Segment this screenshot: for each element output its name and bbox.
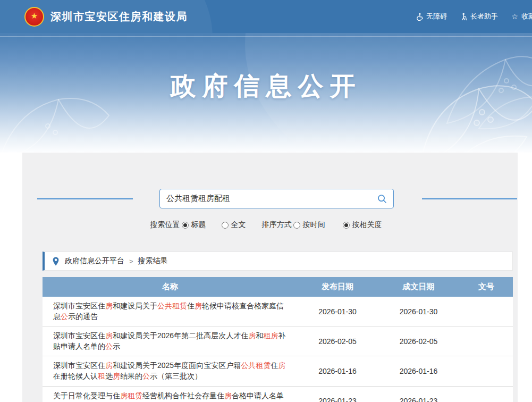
table-row: 深圳市宝安区住房和建设局关于2026年第二批高层次人才住房和租房补贴申请人名单的…: [43, 326, 513, 356]
left-decorative-line: [37, 198, 133, 199]
column-header-written-date: 成文日期: [377, 277, 460, 297]
doc-title-link[interactable]: 深圳市宝安区住房和建设局关于2026年第二批高层次人才住房和租房补贴申请人名单的…: [43, 326, 298, 356]
accessibility-link[interactable]: 无障碍: [416, 12, 447, 21]
search-input[interactable]: [160, 194, 371, 203]
keyword-highlight: 公: [61, 312, 68, 321]
publish-date: 2026-01-30: [298, 297, 377, 326]
radio-option-bytime[interactable]: 按时间: [292, 220, 325, 230]
publish-date: 2026-01-16: [298, 356, 377, 386]
search-box: [159, 189, 394, 208]
search-options: 搜索位置 标题 全文 排序方式 按时间 按相关度: [0, 220, 532, 230]
page-title: 政府信息公开: [0, 33, 532, 103]
breadcrumb-separator: >: [129, 257, 133, 265]
written-date: 2026-01-30: [377, 297, 460, 326]
doc-title-link[interactable]: 深圳市宝安区住房和建设局关于公共租赁住房轮候申请核查合格家庭信息公示的通告: [43, 297, 298, 326]
keyword-highlight: 公: [105, 342, 113, 350]
doc-title-link[interactable]: 深圳市宝安区住房和建设局关于2025年度面向宝安区户籍公共租赁住房在册轮候人认租…: [43, 356, 298, 386]
column-header-publish-date: 发布日期: [298, 277, 377, 297]
page: ★ 深圳市宝安区住房和建设局 无障碍 长者助手 ☆ 收藏: [0, 0, 532, 402]
column-header-doc-number: 文号: [460, 277, 513, 297]
keyword-highlight: 房: [195, 302, 202, 310]
doc-title-link[interactable]: 关于日常化受理与住房租赁经营机构合作社会存量住房合格申请人名单的公示: [43, 386, 298, 402]
radio-relevance[interactable]: [343, 222, 350, 229]
radio-relevance-label: 按相关度: [352, 220, 382, 230]
title-text: 深圳市宝安区住: [53, 361, 105, 370]
doc-number: [460, 356, 513, 386]
keyword-highlight: 租房: [263, 331, 278, 340]
keyword-highlight: 公共租赁: [241, 361, 271, 370]
accessibility-icon: [416, 13, 424, 21]
search-position-label: 搜索位置: [150, 220, 180, 230]
title-text: 选: [105, 372, 113, 380]
search-button[interactable]: [371, 189, 393, 208]
publish-date: 2026-01-23: [298, 386, 377, 402]
radio-bytime-label: 按时间: [303, 220, 325, 230]
radio-fulltext-label: 全文: [231, 220, 246, 230]
star-icon: ☆: [511, 13, 519, 21]
table-row: 深圳市宝安区住房和建设局关于2025年度面向宝安区户籍公共租赁住房在册轮候人认租…: [43, 356, 513, 386]
title-text: 深圳市宝安区住: [53, 302, 105, 310]
keyword-highlight: 公共租赁: [157, 302, 187, 310]
elder-assistant-link[interactable]: 长者助手: [460, 12, 498, 21]
table-row: 深圳市宝安区住房和建设局关于公共租赁住房轮候申请核查合格家庭信息公示的通告202…: [43, 297, 513, 326]
location-pin-icon: [52, 257, 60, 266]
favorite-link[interactable]: ☆ 收藏: [511, 12, 532, 21]
banner: 政府信息公开: [0, 33, 532, 153]
title-text: 和建设局关于2026年第二批高层次人才住: [113, 331, 248, 340]
title-text: 住: [271, 361, 278, 370]
results-table-header: 名称 发布日期 成文日期 文号: [43, 277, 513, 297]
keyword-highlight: 房: [105, 331, 113, 340]
results-table: 名称 发布日期 成文日期 文号 深圳市宝安区住房和建设局关于公共租赁住房轮候申请…: [43, 277, 513, 402]
title-text: 住: [187, 302, 195, 310]
radio-option-title[interactable]: 标题: [180, 220, 206, 230]
column-header-name: 名称: [43, 277, 298, 297]
keyword-highlight: 房: [105, 361, 113, 370]
title-text: 和建设局关于2025年度面向宝安区户籍: [113, 361, 241, 370]
title-text: 示（第三批次）: [150, 372, 202, 380]
title-text: 经营机构合作社会存量住: [142, 391, 224, 400]
doc-number: [460, 386, 513, 402]
keyword-highlight: 租: [98, 372, 105, 380]
right-decorative-line: [422, 198, 517, 199]
title-text: 结果的: [120, 372, 142, 380]
breadcrumb-current: 搜索结果: [138, 256, 168, 266]
header-links: 无障碍 长者助手 ☆ 收藏: [416, 12, 532, 21]
favorite-label: 收藏: [521, 12, 532, 21]
keyword-highlight: 房: [248, 331, 256, 340]
keyword-highlight: 房: [105, 302, 113, 310]
elder-person-icon: [460, 13, 468, 21]
title-text: 在册轮候人认: [53, 372, 98, 380]
national-emblem-logo: ★: [24, 7, 44, 27]
radio-bytime[interactable]: [293, 222, 300, 229]
doc-number: [460, 297, 513, 326]
keyword-highlight: 房租赁: [120, 391, 142, 400]
keyword-highlight: 房: [224, 391, 232, 400]
title-text: 和: [256, 331, 263, 340]
emblem-star-icon: ★: [31, 12, 38, 20]
radio-fulltext[interactable]: [222, 222, 229, 229]
sort-method-label: 排序方式: [262, 220, 292, 230]
site-title: 深圳市宝安区住房和建设局: [50, 10, 188, 24]
radio-option-relevance[interactable]: 按相关度: [341, 220, 382, 230]
doc-number: [460, 326, 513, 356]
accessibility-label: 无障碍: [426, 12, 447, 21]
breadcrumb: 政府信息公开平台 > 搜索结果: [43, 252, 513, 271]
written-date: 2026-02-05: [377, 326, 460, 356]
top-header: ★ 深圳市宝安区住房和建设局 无障碍 长者助手 ☆ 收藏: [0, 0, 532, 33]
title-text: 关于日常化受理与住: [53, 391, 120, 400]
radio-title[interactable]: [182, 222, 189, 229]
results-table-body: 深圳市宝安区住房和建设局关于公共租赁住房轮候申请核查合格家庭信息公示的通告202…: [43, 297, 513, 402]
title-text: 和建设局关于: [113, 302, 157, 310]
breadcrumb-root-link[interactable]: 政府信息公开平台: [65, 256, 124, 266]
keyword-highlight: 房: [278, 361, 285, 370]
search-icon: [377, 194, 387, 204]
keyword-highlight: 房: [113, 372, 120, 380]
publish-date: 2026-02-05: [298, 326, 377, 356]
table-row: 关于日常化受理与住房租赁经营机构合作社会存量住房合格申请人名单的公示2026-0…: [43, 386, 513, 402]
keyword-highlight: 公: [142, 372, 150, 380]
title-text: 深圳市宝安区住: [53, 331, 105, 340]
written-date: 2026-01-16: [377, 356, 460, 386]
radio-option-fulltext[interactable]: 全文: [220, 220, 246, 230]
elder-assistant-label: 长者助手: [470, 12, 498, 21]
title-text: 示的通告: [68, 312, 98, 321]
